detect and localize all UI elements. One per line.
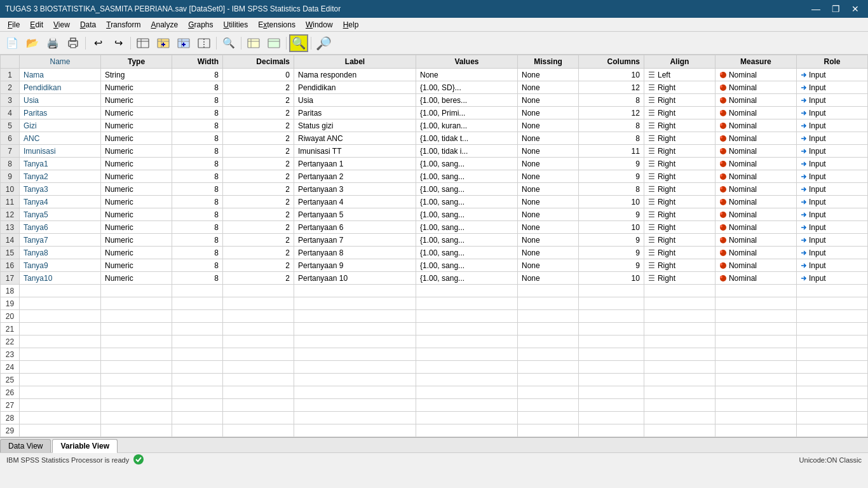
empty-cell[interactable]: [101, 412, 172, 424]
table-row[interactable]: 13 Tanya6 Numeric 8 2 Pertanyaan 6 {1.00…: [1, 221, 868, 234]
var-missing[interactable]: None: [518, 272, 579, 285]
var-measure[interactable]: Nominal: [715, 132, 796, 145]
empty-cell[interactable]: [294, 412, 416, 424]
empty-cell[interactable]: [172, 310, 223, 323]
var-columns[interactable]: 8: [579, 94, 644, 107]
empty-cell[interactable]: [579, 336, 644, 348]
empty-cell[interactable]: [644, 336, 715, 348]
table-row[interactable]: 9 Tanya2 Numeric 8 2 Pertanyaan 2 {1.00,…: [1, 170, 868, 183]
var-width[interactable]: 8: [172, 145, 223, 158]
empty-cell[interactable]: [644, 424, 715, 437]
col-header-role[interactable]: Role: [796, 55, 867, 69]
col-header-decimals[interactable]: Decimals: [223, 55, 294, 69]
var-name[interactable]: Tanya6: [20, 221, 101, 234]
empty-cell[interactable]: [644, 285, 715, 297]
empty-cell[interactable]: [579, 424, 644, 437]
var-name[interactable]: Nama: [20, 69, 101, 81]
var-columns[interactable]: 9: [579, 170, 644, 183]
var-measure[interactable]: Nominal: [715, 183, 796, 196]
maximize-button[interactable]: ❐: [828, 4, 844, 14]
var-name[interactable]: Imunisasi: [20, 145, 101, 158]
var-values[interactable]: {1.00, Primi...: [416, 107, 518, 119]
var-role[interactable]: Input: [796, 119, 867, 132]
empty-cell[interactable]: [101, 310, 172, 323]
table-row[interactable]: 7 Imunisasi Numeric 8 2 Imunisasi TT {1.…: [1, 145, 868, 158]
col-header-label[interactable]: Label: [294, 55, 416, 69]
empty-cell[interactable]: [579, 310, 644, 323]
empty-cell[interactable]: [223, 399, 294, 412]
empty-cell[interactable]: [644, 310, 715, 323]
empty-cell[interactable]: [20, 399, 101, 412]
var-align[interactable]: ☰Right: [644, 196, 715, 208]
empty-cell[interactable]: [20, 386, 101, 399]
var-role[interactable]: Input: [796, 183, 867, 196]
empty-cell[interactable]: [20, 323, 101, 336]
var-role[interactable]: Input: [796, 94, 867, 107]
empty-cell[interactable]: [101, 399, 172, 412]
var-values[interactable]: {1.00, sang...: [416, 221, 518, 234]
table-row[interactable]: 1 Nama String 8 0 Nama responden None No…: [1, 69, 868, 81]
menu-file[interactable]: File: [3, 19, 25, 30]
empty-cell[interactable]: [223, 297, 294, 310]
var-decimals[interactable]: 0: [223, 69, 294, 81]
empty-cell[interactable]: [416, 336, 518, 348]
empty-cell[interactable]: [715, 361, 796, 374]
var-align[interactable]: ☰Right: [644, 208, 715, 221]
var-columns[interactable]: 8: [579, 119, 644, 132]
data-editor-button[interactable]: [244, 34, 263, 52]
var-columns[interactable]: 12: [579, 107, 644, 119]
var-type[interactable]: Numeric: [101, 183, 172, 196]
empty-cell[interactable]: [223, 386, 294, 399]
menu-utilities[interactable]: Utilities: [219, 19, 254, 30]
empty-cell[interactable]: [518, 361, 579, 374]
var-align[interactable]: ☰Right: [644, 170, 715, 183]
var-role[interactable]: Input: [796, 69, 867, 81]
var-role[interactable]: Input: [796, 81, 867, 94]
new-file-button[interactable]: 📄: [3, 34, 22, 52]
var-decimals[interactable]: 2: [223, 107, 294, 119]
empty-cell[interactable]: [172, 386, 223, 399]
var-label[interactable]: Pertanyaan 2: [294, 170, 416, 183]
empty-cell[interactable]: [715, 374, 796, 386]
var-name[interactable]: Gizi: [20, 119, 101, 132]
var-missing[interactable]: None: [518, 247, 579, 259]
var-measure[interactable]: Nominal: [715, 69, 796, 81]
empty-cell[interactable]: [20, 361, 101, 374]
var-decimals[interactable]: 2: [223, 145, 294, 158]
var-label[interactable]: Pertanyaan 9: [294, 259, 416, 272]
var-name[interactable]: Tanya7: [20, 234, 101, 247]
empty-cell[interactable]: [223, 285, 294, 297]
menu-extensions[interactable]: Extensions: [253, 19, 301, 30]
empty-cell[interactable]: [416, 361, 518, 374]
empty-cell[interactable]: [644, 374, 715, 386]
empty-cell[interactable]: [20, 297, 101, 310]
empty-cell[interactable]: [20, 374, 101, 386]
empty-cell[interactable]: [294, 297, 416, 310]
var-values[interactable]: {1.00, kuran...: [416, 119, 518, 132]
var-role[interactable]: Input: [796, 145, 867, 158]
empty-cell[interactable]: [172, 399, 223, 412]
var-align[interactable]: ☰Right: [644, 221, 715, 234]
empty-cell[interactable]: [172, 285, 223, 297]
empty-cell[interactable]: [579, 412, 644, 424]
var-measure[interactable]: Nominal: [715, 234, 796, 247]
var-columns[interactable]: 9: [579, 247, 644, 259]
empty-cell[interactable]: [715, 348, 796, 361]
var-decimals[interactable]: 2: [223, 132, 294, 145]
empty-cell[interactable]: [715, 386, 796, 399]
menu-transform[interactable]: Transform: [101, 19, 146, 30]
empty-cell[interactable]: [416, 412, 518, 424]
col-header-values[interactable]: Values: [416, 55, 518, 69]
var-type[interactable]: Numeric: [101, 170, 172, 183]
var-label[interactable]: Paritas: [294, 107, 416, 119]
var-measure[interactable]: Nominal: [715, 158, 796, 170]
var-width[interactable]: 8: [172, 107, 223, 119]
var-columns[interactable]: 10: [579, 272, 644, 285]
empty-cell[interactable]: [796, 323, 867, 336]
col-header-missing[interactable]: Missing: [518, 55, 579, 69]
empty-cell[interactable]: [644, 399, 715, 412]
var-values[interactable]: {1.00, tidak i...: [416, 145, 518, 158]
var-measure[interactable]: Nominal: [715, 208, 796, 221]
empty-cell[interactable]: [518, 424, 579, 437]
empty-cell[interactable]: [172, 424, 223, 437]
